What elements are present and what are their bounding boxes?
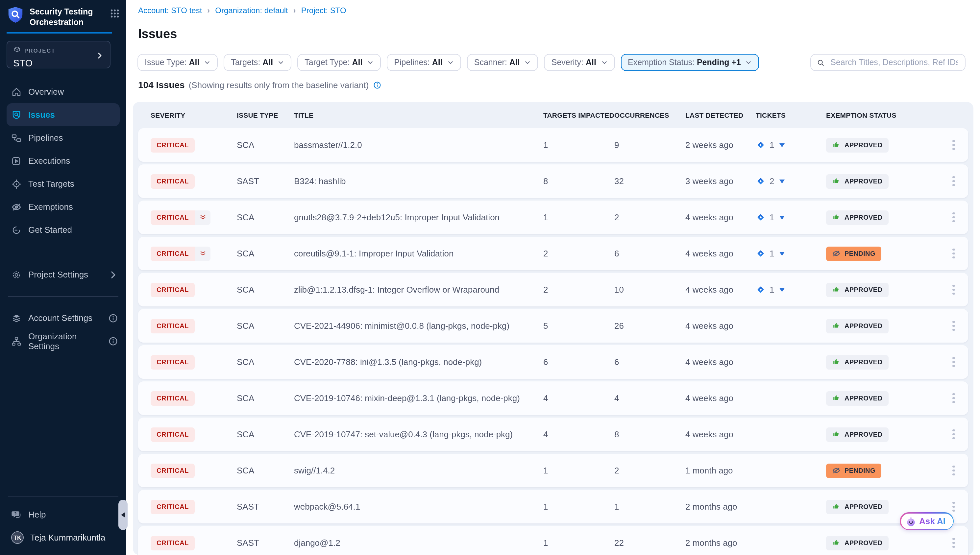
chevron-down-icon bbox=[204, 59, 210, 66]
issue-type: SAST bbox=[237, 502, 294, 512]
table-row[interactable]: CRITICAL SCA bassmaster//1.2.0 1 9 2 wee… bbox=[138, 128, 968, 162]
row-menu-button[interactable] bbox=[947, 427, 960, 442]
ticket-link[interactable]: 1 bbox=[756, 285, 826, 295]
issue-type: SCA bbox=[237, 285, 294, 295]
progress-circle-icon bbox=[11, 225, 22, 235]
ticket-caret-icon[interactable] bbox=[780, 288, 785, 292]
info-icon[interactable] bbox=[108, 313, 119, 323]
table-row[interactable]: CRITICAL SAST django@1.2 1 22 2 months a… bbox=[138, 526, 968, 555]
sidebar-item-organization-settings[interactable]: Organization Settings bbox=[0, 329, 126, 353]
ask-ai-button[interactable]: Ask AI bbox=[900, 512, 954, 530]
sidebar-item-pipelines[interactable]: Pipelines bbox=[0, 126, 126, 149]
last-detected-value: 2 months ago bbox=[685, 502, 756, 512]
info-icon[interactable] bbox=[108, 336, 119, 346]
filter-exemption-status[interactable]: Exemption Status Pending +1 bbox=[621, 54, 759, 71]
table-row[interactable]: CRITICAL SAST webpack@5.64.1 1 1 2 month… bbox=[138, 490, 968, 523]
sidebar-item-issues[interactable]: Issues bbox=[6, 103, 120, 126]
targets-impacted-value: 1 bbox=[543, 538, 614, 548]
info-icon[interactable] bbox=[372, 80, 381, 89]
filter-targets[interactable]: Targets All bbox=[224, 54, 291, 71]
issue-title: django@1.2 bbox=[294, 538, 543, 548]
row-menu-button[interactable] bbox=[947, 390, 960, 406]
ticket-link[interactable]: 2 bbox=[756, 176, 826, 186]
occurrences-value: 32 bbox=[614, 176, 685, 186]
exemption-status-badge: APPROVED bbox=[826, 536, 888, 550]
filter-issue-type[interactable]: Issue Type All bbox=[138, 54, 218, 71]
row-menu-button[interactable] bbox=[947, 282, 960, 298]
table-row[interactable]: CRITICAL SCA CVE-2021-44906: minimist@0.… bbox=[138, 309, 968, 343]
occurrences-value: 22 bbox=[614, 538, 685, 548]
row-menu-button[interactable] bbox=[947, 245, 960, 261]
search-input[interactable] bbox=[829, 57, 959, 68]
issue-type: SCA bbox=[237, 140, 294, 150]
sidebar-item-project-settings[interactable]: Project Settings bbox=[0, 263, 126, 286]
sidebar-item-test-targets[interactable]: Test Targets bbox=[0, 172, 126, 195]
ticket-caret-icon[interactable] bbox=[780, 215, 785, 219]
sidebar-item-executions[interactable]: Executions bbox=[0, 149, 126, 172]
filter-scanner[interactable]: Scanner All bbox=[467, 54, 538, 71]
exemption-status-badge: APPROVED bbox=[826, 499, 888, 514]
divider bbox=[8, 496, 119, 496]
occurrences-value: 2 bbox=[614, 465, 685, 475]
exemption-status-badge: APPROVED bbox=[826, 210, 888, 225]
row-menu-button[interactable] bbox=[947, 463, 960, 478]
breadcrumb-org-link[interactable]: Organization: default bbox=[215, 6, 288, 15]
eye-off-icon bbox=[11, 202, 22, 212]
table-row[interactable]: CRITICAL SAST B324: hashlib 8 32 3 weeks… bbox=[138, 164, 968, 198]
jira-icon bbox=[756, 285, 765, 295]
last-detected-value: 4 weeks ago bbox=[685, 393, 756, 403]
breadcrumb-account-link[interactable]: Account: STO test bbox=[138, 6, 202, 15]
ticket-caret-icon[interactable] bbox=[780, 143, 785, 147]
sidebar: Security Testing Orchestration PROJECT S… bbox=[0, 0, 126, 555]
row-menu-button[interactable] bbox=[947, 499, 960, 515]
exemption-status-badge: APPROVED bbox=[826, 138, 888, 152]
row-menu-button[interactable] bbox=[947, 535, 960, 551]
gear-icon bbox=[11, 269, 22, 280]
sidebar-item-get-started[interactable]: Get Started bbox=[0, 218, 126, 241]
table-row[interactable]: CRITICAL SCA CVE-2020-7788: ini@1.3.5 (l… bbox=[138, 345, 968, 379]
severity-badge: CRITICAL bbox=[151, 282, 195, 297]
row-menu-button[interactable] bbox=[947, 209, 960, 225]
user-menu[interactable]: TK Teja Kummarikuntla bbox=[0, 526, 126, 549]
targets-impacted-value: 1 bbox=[543, 212, 614, 222]
thumbs-up-icon bbox=[832, 358, 840, 366]
chevron-down-icon bbox=[367, 59, 374, 66]
row-menu-button[interactable] bbox=[947, 318, 960, 334]
row-menu-button[interactable] bbox=[947, 173, 960, 189]
severity-badge: CRITICAL bbox=[151, 246, 210, 261]
chevron-right-icon bbox=[108, 269, 119, 280]
ticket-caret-icon[interactable] bbox=[780, 252, 785, 255]
filter-target-type[interactable]: Target Type All bbox=[297, 54, 381, 71]
ticket-link[interactable]: 1 bbox=[756, 212, 826, 222]
table-row[interactable]: CRITICAL SCA swig//1.4.2 1 2 1 month ago… bbox=[138, 454, 968, 487]
row-menu-button[interactable] bbox=[947, 354, 960, 370]
module-grid-icon[interactable] bbox=[110, 8, 120, 21]
sidebar-collapse-handle[interactable] bbox=[119, 500, 128, 530]
sidebar-item-overview[interactable]: Overview bbox=[0, 80, 126, 103]
ticket-caret-icon[interactable] bbox=[780, 179, 785, 183]
ticket-link[interactable]: 1 bbox=[756, 249, 826, 258]
table-row[interactable]: CRITICAL SCA zlib@1:1.2.13.dfsg-1: Integ… bbox=[138, 273, 968, 306]
jira-icon bbox=[756, 140, 765, 150]
table-row[interactable]: CRITICAL SCA gnutls28@3.7.9-2+deb12u5: I… bbox=[138, 201, 968, 234]
divider bbox=[8, 296, 119, 297]
filter-pipelines[interactable]: Pipelines All bbox=[387, 54, 461, 71]
table-row[interactable]: CRITICAL SCA coreutils@9.1-1: Improper I… bbox=[138, 237, 968, 270]
ticket-link[interactable]: 1 bbox=[756, 140, 826, 150]
project-selector[interactable]: PROJECT STO bbox=[6, 41, 111, 68]
filter-severity[interactable]: Severity All bbox=[544, 54, 614, 71]
exemption-status-badge: APPROVED bbox=[826, 391, 888, 406]
targets-impacted-value: 5 bbox=[543, 321, 614, 331]
breadcrumb-project-link[interactable]: Project: STO bbox=[301, 6, 346, 15]
row-menu-button[interactable] bbox=[947, 137, 960, 153]
ticket-count: 1 bbox=[770, 212, 774, 222]
table-row[interactable]: CRITICAL SCA CVE-2019-10746: mixin-deep@… bbox=[138, 382, 968, 415]
table-row[interactable]: CRITICAL SCA CVE-2019-10747: set-value@0… bbox=[138, 417, 968, 451]
table-header: SEVERITY ISSUE TYPE TITLE TARGETS IMPACT… bbox=[138, 102, 968, 128]
search-box[interactable] bbox=[810, 54, 966, 71]
sidebar-item-account-settings[interactable]: Account Settings bbox=[0, 306, 126, 329]
issues-count-note: (Showing results only from the baseline … bbox=[189, 80, 369, 90]
sidebar-item-exemptions[interactable]: Exemptions bbox=[0, 195, 126, 218]
exemption-status-badge: APPROVED bbox=[826, 282, 888, 297]
help-button[interactable]: ? Help bbox=[0, 503, 126, 526]
